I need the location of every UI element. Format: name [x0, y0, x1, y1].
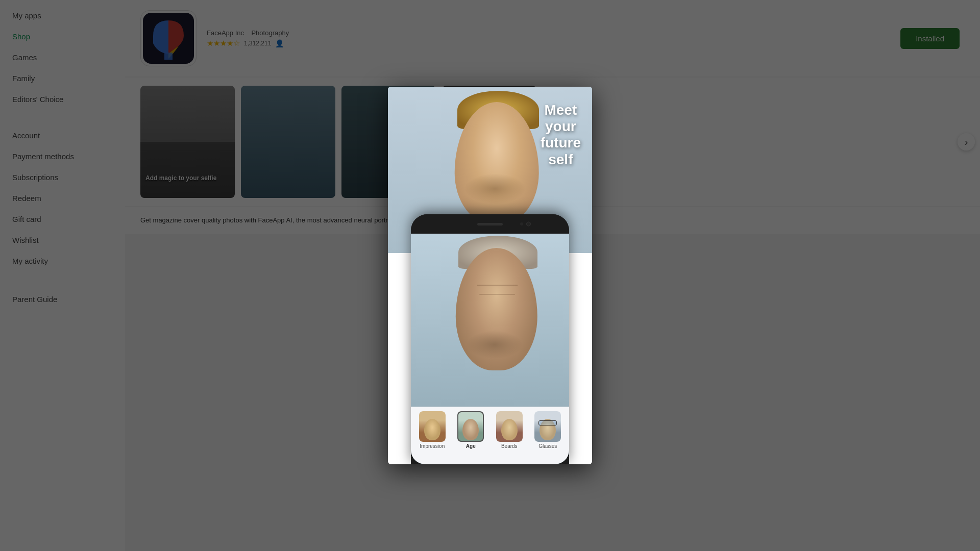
filter-thumb-age	[457, 411, 484, 442]
filter-bar: Impression Age	[411, 407, 569, 464]
phone-sensor-dot	[520, 222, 523, 226]
filter-label-beards: Beards	[501, 443, 518, 449]
filter-thumb-impression	[419, 411, 446, 442]
filter-thumb-glasses	[534, 411, 561, 442]
screenshot-modal: Meet your future self	[388, 87, 592, 464]
filter-thumb-beards	[496, 411, 523, 442]
phone-speaker	[477, 223, 503, 226]
phone-camera-dot	[526, 222, 531, 227]
modal-overlay[interactable]: Meet your future self	[0, 0, 980, 551]
filter-label-age: Age	[466, 443, 476, 449]
filter-glasses[interactable]: Glasses	[529, 411, 568, 449]
filter-age[interactable]: Age	[452, 411, 491, 449]
filter-beards[interactable]: Beards	[490, 411, 529, 449]
phone-mock: Impression Age	[411, 214, 569, 464]
filter-impression[interactable]: Impression	[413, 411, 452, 449]
old-man-photo	[411, 234, 569, 407]
filter-label-impression: Impression	[420, 443, 445, 449]
filter-label-glasses: Glasses	[538, 443, 557, 449]
tagline: Meet your future self	[541, 102, 581, 168]
